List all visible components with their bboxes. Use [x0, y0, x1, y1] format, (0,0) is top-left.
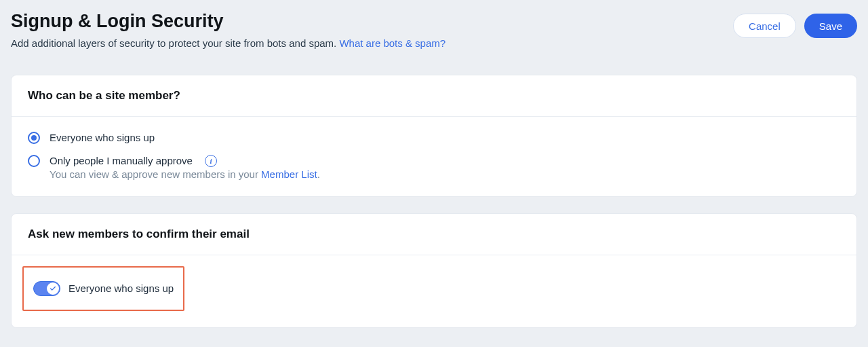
radio-label-manual: Only people I manually approve: [50, 155, 193, 166]
page-subtitle: Add additional layers of security to pro…: [11, 36, 733, 52]
toggle-knob-icon: [47, 282, 59, 295]
manual-helper-text: You can view & approve new members in yo…: [50, 168, 840, 180]
radio-icon: [28, 132, 40, 144]
confirm-email-card: Ask new members to confirm their email E…: [11, 213, 857, 328]
cancel-button[interactable]: Cancel: [733, 14, 796, 38]
radio-option-manual[interactable]: Only people I manually approve i: [28, 155, 840, 167]
info-icon[interactable]: i: [205, 155, 217, 167]
radio-icon: [28, 155, 40, 167]
helper-suffix: .: [317, 168, 320, 180]
confirm-toggle-label: Everyone who signs up: [68, 282, 174, 294]
membership-card: Who can be a site member? Everyone who s…: [11, 75, 857, 197]
subtitle-text: Add additional layers of security to pro…: [11, 37, 339, 49]
confirm-card-title: Ask new members to confirm their email: [28, 227, 840, 241]
membership-card-title: Who can be a site member?: [28, 89, 840, 103]
confirm-toggle-highlight: Everyone who signs up: [22, 266, 184, 311]
save-button[interactable]: Save: [804, 14, 857, 38]
member-list-link[interactable]: Member List: [261, 168, 317, 180]
confirm-card-header: Ask new members to confirm their email: [12, 214, 856, 255]
confirm-email-toggle[interactable]: [33, 281, 60, 296]
helper-prefix: You can view & approve new members in yo…: [50, 168, 261, 180]
radio-label-everyone: Everyone who signs up: [50, 132, 155, 143]
page-title: Signup & Login Security: [11, 11, 733, 32]
membership-card-header: Who can be a site member?: [12, 75, 856, 117]
bots-spam-link[interactable]: What are bots & spam?: [339, 37, 446, 49]
radio-option-everyone[interactable]: Everyone who signs up: [28, 132, 840, 144]
header-actions: Cancel Save: [733, 14, 857, 38]
